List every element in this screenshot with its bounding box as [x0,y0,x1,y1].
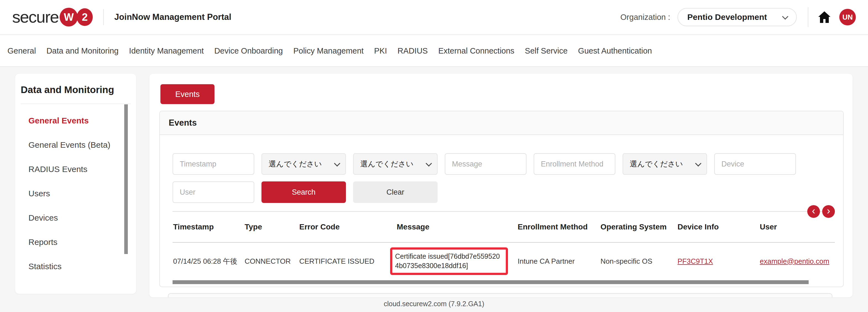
sidebar-item-statistics[interactable]: Statistics [15,254,136,279]
error-code-select-value: 選んでください [360,159,413,169]
device-input[interactable] [714,153,796,175]
cell-type: CONNECTOR [245,257,299,266]
events-tab-button[interactable]: Events [160,84,215,104]
cell-enrollment-method: Intune CA Partner [518,257,600,266]
previous-page-button[interactable]: ‹ [807,205,820,218]
highlight-box: Certificate issued[76dbd7e5595204b0735e8… [390,247,508,275]
events-panel: Events 選んでください 選んでください 選んで [159,111,844,287]
filters-row-1: 選んでください 選んでください 選んでください [173,153,835,175]
filters-row-2: Search Clear [173,181,835,203]
nav-item-general[interactable]: General [2,46,41,56]
type-select-value: 選んでください [269,159,322,169]
message-input[interactable] [445,153,526,175]
pagination: ‹ › [807,205,835,218]
table-row: 07/14/25 06:28 午後 CONNECTOR CERTIFICATE … [173,243,835,280]
column-header-type: Type [245,222,299,231]
enrollment-method-input[interactable] [534,153,615,175]
nav-item-device-onboarding[interactable]: Device Onboarding [209,46,288,56]
primary-nav: General Data and Monitoring Identity Man… [0,35,868,67]
message-text: Certificate issued[76dbd7e5595204b0735e8… [395,252,500,270]
events-panel-body: 選んでください 選んでください 選んでください [160,135,843,284]
app-root: secure W 2 JoinNow Management Portal Org… [0,0,868,312]
header-divider [808,7,808,27]
header-divider [103,9,104,25]
user-avatar[interactable]: UN [839,9,856,25]
sidebar-item-radius-events[interactable]: RADIUS Events [15,157,136,181]
column-header-enrollment-method: Enrollment Method [518,222,600,231]
header-right: Organization : Pentio Development UN [620,7,856,27]
logo-2-circle: 2 [77,8,93,26]
nav-item-pki[interactable]: PKI [369,46,392,56]
sidebar-item-general-events[interactable]: General Events [15,108,136,133]
cell-message: Certificate issued[76dbd7e5595204b0735e8… [397,247,518,275]
events-panel-title: Events [169,118,197,128]
table-header-row: Timestamp Type Error Code Message Enroll… [173,212,835,243]
nav-item-guest-authentication[interactable]: Guest Authentication [573,46,657,56]
cell-error-code: CERTIFICATE ISSUED [299,257,397,266]
chevron-down-icon [782,13,788,20]
logo-text: secure [12,9,59,25]
operating-system-select[interactable]: 選んでください [623,153,707,175]
chevron-down-icon [334,160,340,167]
cell-operating-system: Non-specific OS [600,257,678,266]
column-header-timestamp: Timestamp [173,222,245,231]
clear-button[interactable]: Clear [353,181,438,203]
next-section-panel-edge [168,293,832,298]
table-horizontal-scrollbar[interactable] [173,280,809,284]
cell-device-info: PF3C9T1X [678,257,760,266]
logo-w-circle: W [60,8,78,27]
column-header-user: User [760,222,835,231]
chevron-right-icon: › [827,206,830,216]
sidebar-item-users[interactable]: Users [15,181,136,206]
nav-item-identity-management[interactable]: Identity Management [124,46,209,56]
operating-system-select-value: 選んでください [630,159,683,169]
timestamp-input[interactable] [173,153,254,175]
nav-item-policy-management[interactable]: Policy Management [288,46,369,56]
column-header-message: Message [397,222,518,231]
sidebar-item-devices[interactable]: Devices [15,206,136,230]
column-header-device-info: Device Info [678,222,760,231]
home-icon [818,11,831,24]
column-header-operating-system: Operating System [600,222,678,231]
top-header: secure W 2 JoinNow Management Portal Org… [0,0,868,35]
chevron-down-icon [426,160,432,167]
nav-item-self-service[interactable]: Self Service [520,46,573,56]
next-page-button[interactable]: › [822,205,835,218]
type-select[interactable]: 選んでください [261,153,346,175]
device-info-link[interactable]: PF3C9T1X [678,257,713,266]
nav-item-data-and-monitoring[interactable]: Data and Monitoring [41,46,124,56]
organization-label: Organization : [620,13,670,22]
sidebar-list: General Events General Events (Beta) RAD… [15,108,136,279]
cell-user: example@pentio.com [760,257,835,266]
sidebar-title: Data and Monitoring [15,74,136,95]
organization-value: Pentio Development [687,12,767,22]
chevron-left-icon: ‹ [812,206,815,216]
column-header-error-code: Error Code [299,222,397,231]
error-code-select[interactable]: 選んでください [353,153,438,175]
portal-title: JoinNow Management Portal [114,12,231,22]
cell-timestamp: 07/14/25 06:28 午後 [173,256,245,266]
main-content: Events Events 選んでください 選んでください [149,74,852,298]
table-top-divider: ‹ › [173,211,835,212]
home-button[interactable] [818,11,831,24]
sidebar-item-general-events-beta[interactable]: General Events (Beta) [15,133,136,157]
chevron-down-icon [695,160,702,167]
user-input[interactable] [173,181,254,203]
securew2-logo[interactable]: secure W 2 [12,8,93,27]
events-panel-header: Events [160,111,843,135]
sidebar-title-divider [21,103,131,104]
organization-select[interactable]: Pentio Development [678,8,797,26]
nav-item-radius[interactable]: RADIUS [392,46,433,56]
nav-item-external-connections[interactable]: External Connections [433,46,520,56]
sidebar-item-reports[interactable]: Reports [15,230,136,254]
search-button[interactable]: Search [261,181,346,203]
sidebar-scrollbar[interactable] [124,104,128,254]
user-link[interactable]: example@pentio.com [760,257,829,266]
footer-text: cloud.securew2.com (7.9.2.GA1) [0,300,868,308]
sidebar: Data and Monitoring General Events Gener… [15,74,136,294]
